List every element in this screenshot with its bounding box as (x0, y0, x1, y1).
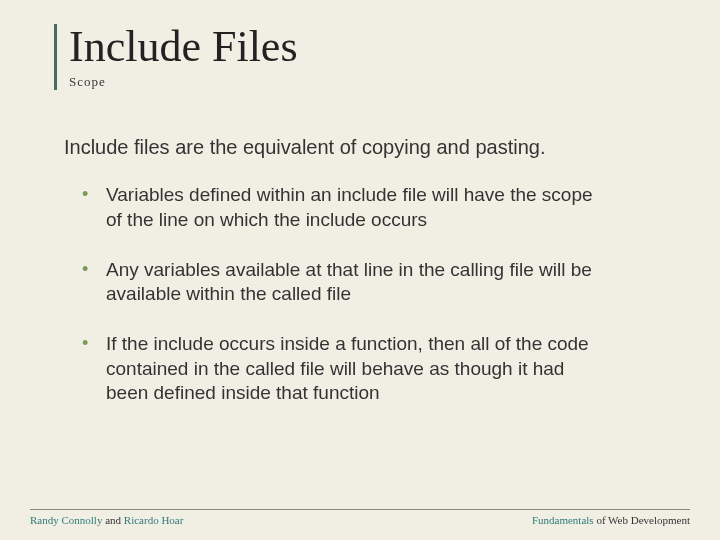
list-item: Variables defined within an include file… (82, 183, 602, 232)
footer-row: Randy Connolly and Ricardo Hoar Fundamen… (30, 514, 690, 526)
footer: Randy Connolly and Ricardo Hoar Fundamen… (30, 509, 690, 526)
author-name: Randy Connolly (30, 514, 105, 526)
slide: Include Files Scope Include files are th… (0, 0, 720, 540)
title-block: Include Files Scope (54, 24, 666, 90)
footer-left: Randy Connolly and Ricardo Hoar (30, 514, 183, 526)
footer-right: Fundamentals of Web Development (532, 514, 690, 526)
book-title-part: Fundamentals (532, 514, 596, 526)
slide-subtitle: Scope (69, 74, 666, 90)
footer-text: and (105, 514, 124, 526)
book-title-part: of Web Development (596, 514, 690, 526)
list-item: If the include occurs inside a function,… (82, 332, 602, 405)
slide-title: Include Files (69, 24, 666, 70)
bullet-list: Variables defined within an include file… (82, 183, 666, 405)
intro-text: Include files are the equivalent of copy… (64, 136, 666, 159)
list-item: Any variables available at that line in … (82, 258, 602, 307)
footer-rule (30, 509, 690, 510)
author-name: Ricardo Hoar (124, 514, 184, 526)
